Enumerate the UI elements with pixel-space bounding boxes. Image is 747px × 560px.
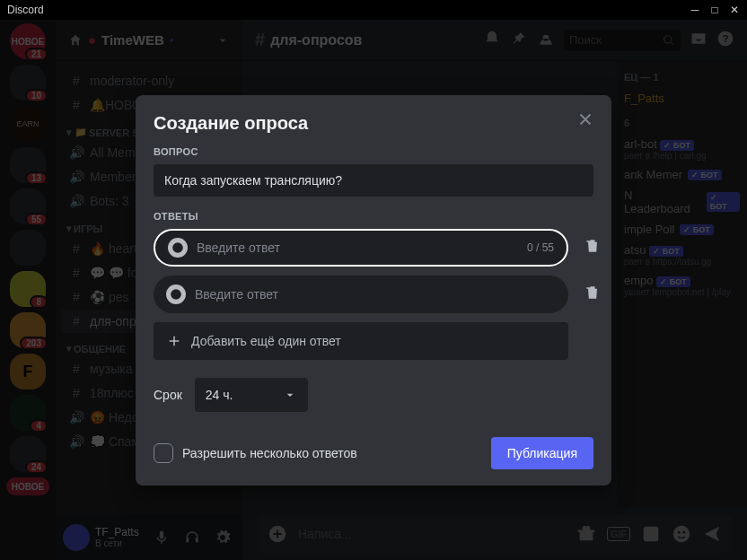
- svg-point-10: [171, 289, 181, 300]
- question-label: ВОПРОС: [154, 146, 608, 157]
- chevron-down-icon: [283, 388, 297, 402]
- checkbox[interactable]: [154, 443, 173, 463]
- publish-button[interactable]: Публикация: [491, 437, 593, 469]
- close-button[interactable]: [576, 109, 595, 133]
- modal-overlay: Создание опроса ВОПРОС Когда запускаем т…: [0, 20, 747, 560]
- add-answer-button[interactable]: Добавить ещё один ответ: [154, 322, 568, 360]
- svg-point-11: [173, 292, 175, 293]
- answers-label: ОТВЕТЫ: [154, 211, 608, 222]
- modal-title: Создание опроса: [154, 113, 608, 134]
- duration-select[interactable]: 24 ч.: [195, 378, 308, 412]
- create-poll-modal: Создание опроса ВОПРОС Когда запускаем т…: [136, 95, 611, 486]
- window-maximize[interactable]: □: [709, 4, 720, 15]
- app-name: Discord: [7, 4, 44, 16]
- delete-answer-button[interactable]: [577, 284, 608, 305]
- svg-point-8: [175, 245, 177, 247]
- delete-answer-button[interactable]: [577, 237, 608, 258]
- answer-placeholder: Введите ответ: [195, 287, 556, 302]
- window-minimize[interactable]: ─: [690, 4, 700, 15]
- emoji-picker-icon[interactable]: [166, 284, 186, 304]
- answer-input-2[interactable]: Введите ответ: [154, 276, 568, 313]
- char-counter: 0 / 55: [527, 241, 554, 254]
- duration-label: Срок: [154, 388, 182, 402]
- svg-point-9: [179, 245, 180, 247]
- window-close[interactable]: ✕: [729, 4, 740, 15]
- emoji-picker-icon[interactable]: [168, 238, 188, 258]
- allow-multiple-checkbox[interactable]: Разрешить несколько ответов: [154, 443, 357, 463]
- plus-icon: [166, 333, 182, 349]
- svg-point-12: [177, 292, 179, 293]
- answer-placeholder: Введите ответ: [197, 241, 518, 255]
- svg-point-7: [172, 242, 183, 253]
- answer-input-1[interactable]: Введите ответ 0 / 55: [154, 229, 568, 267]
- question-input[interactable]: Когда запускаем трансляцию?: [154, 164, 593, 197]
